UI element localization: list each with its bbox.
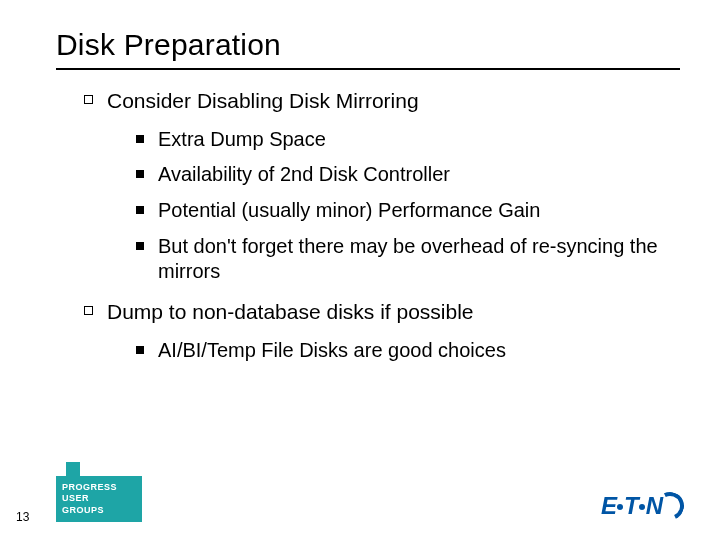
dot-icon xyxy=(639,504,645,510)
filled-square-bullet-icon xyxy=(136,206,144,214)
sub-item: AI/BI/Temp File Disks are good choices xyxy=(136,338,680,364)
topic-label: Consider Disabling Disk Mirroring xyxy=(107,88,419,115)
filled-square-bullet-icon xyxy=(136,170,144,178)
sub-label: Availability of 2nd Disk Controller xyxy=(158,162,450,188)
sublist: Extra Dump Space Availability of 2nd Dis… xyxy=(84,127,680,285)
page-number: 13 xyxy=(16,510,29,524)
dot-icon xyxy=(617,504,623,510)
title-rule xyxy=(56,68,680,70)
topic-item: Consider Disabling Disk Mirroring xyxy=(84,88,680,115)
sub-item: Availability of 2nd Disk Controller xyxy=(136,162,680,188)
badge-line: GROUPS xyxy=(62,505,142,516)
eaton-letter: E xyxy=(601,492,616,520)
sub-item: Potential (usually minor) Performance Ga… xyxy=(136,198,680,224)
filled-square-bullet-icon xyxy=(136,242,144,250)
eaton-logo: ETN xyxy=(601,492,680,520)
eaton-logo-text: ETN xyxy=(601,492,662,520)
filled-square-bullet-icon xyxy=(136,346,144,354)
badge-line: USER xyxy=(62,493,142,504)
filled-square-bullet-icon xyxy=(136,135,144,143)
square-bullet-icon xyxy=(84,306,93,315)
progress-user-groups-badge: PROGRESS USER GROUPS xyxy=(56,476,142,522)
sub-label: Extra Dump Space xyxy=(158,127,326,153)
swoosh-icon xyxy=(660,498,680,514)
sublist: AI/BI/Temp File Disks are good choices xyxy=(84,338,680,364)
eaton-letter: T xyxy=(624,492,638,520)
content-area: Consider Disabling Disk Mirroring Extra … xyxy=(56,88,680,363)
sub-label: Potential (usually minor) Performance Ga… xyxy=(158,198,540,224)
slide: Disk Preparation Consider Disabling Disk… xyxy=(0,0,720,540)
sub-label: But don't forget there may be overhead o… xyxy=(158,234,680,285)
topic-item: Dump to non-database disks if possible xyxy=(84,299,680,326)
square-bullet-icon xyxy=(84,95,93,104)
sub-item: Extra Dump Space xyxy=(136,127,680,153)
badge-line: PROGRESS xyxy=(62,482,142,493)
sub-label: AI/BI/Temp File Disks are good choices xyxy=(158,338,506,364)
topic-label: Dump to non-database disks if possible xyxy=(107,299,474,326)
slide-title: Disk Preparation xyxy=(56,28,680,62)
sub-item: But don't forget there may be overhead o… xyxy=(136,234,680,285)
